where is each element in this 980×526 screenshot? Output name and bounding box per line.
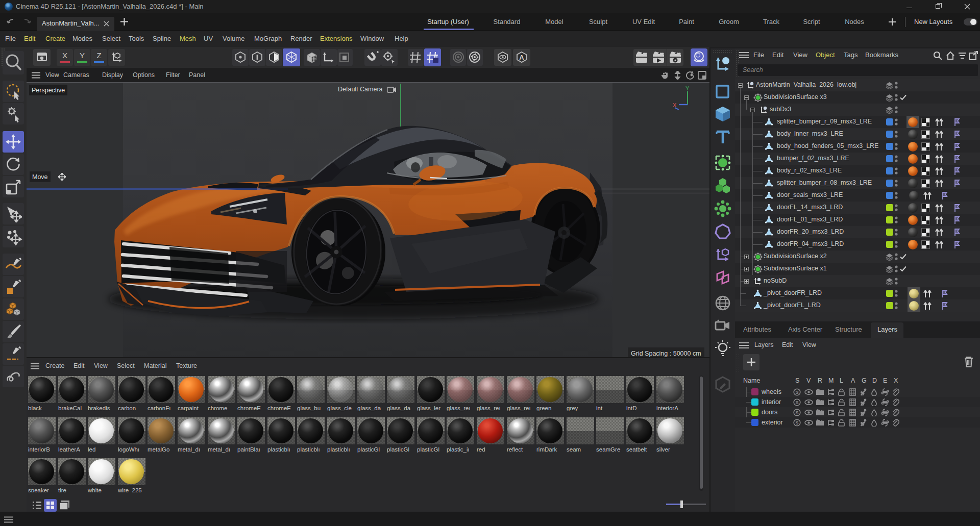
svg-text:S: S (795, 390, 798, 395)
svg-text:S: S (795, 410, 798, 415)
svg-text:A: A (519, 54, 524, 61)
svg-text:X: X (673, 102, 677, 108)
svg-text:S: S (795, 400, 798, 405)
svg-text:Y: Y (685, 85, 690, 91)
svg-text:S: S (795, 420, 798, 425)
